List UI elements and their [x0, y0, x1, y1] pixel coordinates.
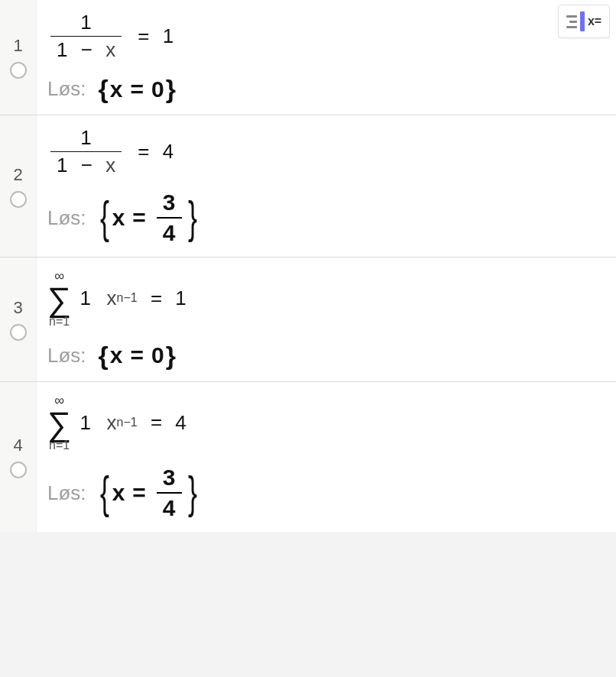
input-expression[interactable]: ∞ ∑ n=1 1 xn−1 = 4 — [47, 393, 602, 453]
solve-tool-button[interactable]: x= — [558, 5, 610, 38]
left-brace: { — [100, 199, 109, 236]
output-expression: Løs: { x = 3 4 } — [47, 465, 602, 521]
solution-fraction: 3 4 — [157, 465, 182, 521]
denominator: 1 − x — [50, 151, 122, 177]
rhs-value: 4 — [163, 140, 173, 163]
rhs-value: 1 — [163, 24, 173, 47]
input-expression[interactable]: 1 1 − x = 4 — [47, 126, 602, 177]
numerator: 1 — [50, 126, 122, 151]
output-expression: Løs: { x = 0 } — [47, 74, 602, 104]
term-coefficient: 1 — [80, 410, 91, 433]
row-number: 3 — [13, 298, 22, 318]
input-expression[interactable]: 1 1 − x = 1 — [47, 11, 602, 62]
sum-symbol: ∞ ∑ n=1 — [47, 393, 71, 453]
row-marker[interactable] — [10, 62, 27, 79]
list-icon — [566, 15, 577, 28]
cas-row[interactable]: 4 ∞ ∑ n=1 1 xn−1 = 4 Løs: { x — [0, 382, 616, 533]
output-expression: Løs: { x = 3 4 } — [47, 189, 602, 246]
cas-row[interactable]: 1 1 1 − x = 1 Løs: { x — [0, 0, 616, 115]
toolbar-label: x= — [588, 15, 601, 28]
row-number: 4 — [13, 436, 22, 455]
equals: = — [143, 410, 170, 433]
cursor-icon — [580, 11, 585, 31]
equals: = — [130, 24, 157, 47]
row-marker[interactable] — [10, 324, 27, 341]
row-content[interactable]: 1 1 − x = 4 Løs: { x = 3 — [37, 115, 616, 257]
row-number: 2 — [13, 165, 22, 185]
term-variable: x — [107, 287, 117, 309]
row-content[interactable]: ∞ ∑ n=1 1 xn−1 = 4 Løs: { x = 3 4 — [37, 382, 616, 533]
output-expression: Løs: { x = 0 } — [47, 341, 602, 371]
term-exponent: n−1 — [117, 416, 138, 429]
output-label: Løs: — [47, 344, 86, 368]
output-label: Løs: — [47, 481, 86, 505]
term-exponent: n−1 — [117, 291, 138, 304]
rhs-value: 4 — [175, 410, 186, 433]
output-label: Løs: — [47, 206, 86, 230]
row-gutter: 4 — [0, 382, 37, 533]
solution-set: { x = 0 } — [97, 341, 177, 371]
right-brace: } — [188, 475, 197, 511]
sum-symbol: ∞ ∑ n=1 — [47, 268, 71, 329]
row-gutter: 1 — [0, 0, 37, 115]
equals: = — [143, 287, 170, 309]
row-number: 1 — [13, 36, 22, 56]
term-coefficient: 1 — [80, 287, 91, 309]
numerator: 1 — [50, 11, 122, 36]
solution-fraction: 3 4 — [157, 189, 182, 246]
solution-set: { x = 0 } — [97, 74, 177, 104]
rhs-value: 1 — [175, 287, 186, 309]
equals: = — [130, 140, 157, 163]
row-marker[interactable] — [10, 191, 27, 208]
cas-view: x= 1 1 1 − x = 1 Løs: — [0, 0, 616, 532]
left-brace: { — [100, 475, 109, 511]
fraction: 1 1 − x — [50, 11, 122, 62]
row-gutter: 2 — [0, 115, 37, 257]
term-variable: x — [107, 410, 117, 433]
fraction: 1 1 − x — [50, 126, 122, 177]
row-gutter: 3 — [0, 258, 37, 381]
solution-set: { x = 3 4 } — [97, 189, 200, 246]
output-label: Løs: — [47, 77, 86, 101]
row-content[interactable]: 1 1 − x = 1 Løs: { x = 0 } — [37, 0, 616, 115]
solution-set: { x = 3 4 } — [97, 465, 200, 521]
cas-row[interactable]: 3 ∞ ∑ n=1 1 xn−1 = 1 Løs: { x — [0, 258, 616, 382]
cas-row[interactable]: 2 1 1 − x = 4 Løs: { x — [0, 115, 616, 258]
right-brace: } — [188, 199, 197, 236]
input-expression[interactable]: ∞ ∑ n=1 1 xn−1 = 1 — [47, 268, 602, 329]
row-marker[interactable] — [10, 462, 27, 478]
row-content[interactable]: ∞ ∑ n=1 1 xn−1 = 1 Løs: { x = 0 } — [37, 258, 616, 381]
denominator: 1 − x — [50, 36, 122, 62]
